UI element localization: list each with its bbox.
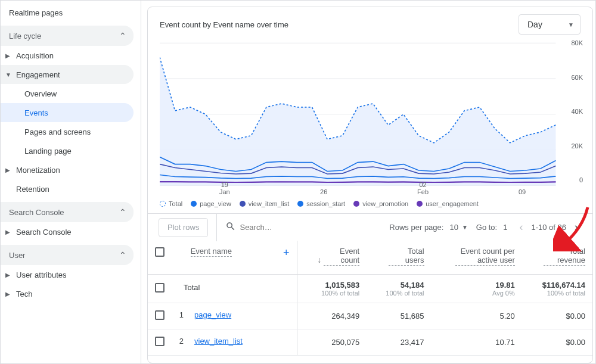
rows-per-page-select[interactable]: 10 ▼	[449, 223, 467, 232]
legend-swatch	[353, 201, 359, 207]
legend-swatch	[191, 201, 197, 207]
legend-label: session_start	[306, 200, 345, 207]
legend-swatch	[417, 201, 423, 207]
legend-item[interactable]: Total	[160, 200, 182, 207]
col-total-revenue[interactable]: Total revenue	[544, 247, 585, 266]
legend-item[interactable]: view_promotion	[353, 200, 408, 207]
row-index: 2	[175, 337, 184, 346]
y-axis-tick: 0	[579, 176, 583, 183]
legend-item[interactable]: session_start	[297, 200, 345, 207]
sidebar-item-label: User attributes	[16, 270, 67, 279]
period-select[interactable]: Day ▼	[519, 14, 581, 35]
col-total-users[interactable]: Total users	[389, 247, 424, 266]
sidebar-item-engagement[interactable]: ▼ Engagement	[1, 65, 134, 84]
x-axis-tick: 19Jan	[219, 181, 230, 195]
caret-right-icon: ▶	[5, 167, 10, 173]
caret-right-icon: ▶	[5, 229, 10, 235]
legend-label: Total	[169, 200, 182, 207]
goto-value: 1	[503, 223, 507, 232]
table-row: 2view_item_list 250,075 23,417 10.71 $0.…	[148, 329, 592, 355]
total-label: Total	[184, 283, 200, 292]
sidebar-item-monetization[interactable]: ▶ Monetization	[1, 160, 134, 179]
sidebar-item-pages-screens[interactable]: Pages and screens	[1, 122, 134, 141]
sidebar-section-label: User	[9, 251, 25, 260]
chevron-up-icon: ⌃	[119, 207, 126, 217]
legend-swatch	[297, 201, 303, 207]
event-name-link[interactable]: view_item_list	[194, 337, 243, 346]
sidebar-item-label: Acquisition	[16, 51, 54, 60]
line-chart: 020K40K60K80K 19Jan2602Feb09	[160, 39, 581, 194]
sidebar-item-landing-page[interactable]: Landing page	[1, 141, 134, 160]
rows-per-page-label: Rows per page:	[389, 223, 443, 232]
sidebar-item-search-console[interactable]: ▶ Search Console	[1, 222, 134, 241]
row-checkbox[interactable]	[155, 337, 164, 346]
sidebar-item-label: Monetization	[16, 166, 60, 175]
search-input[interactable]	[240, 223, 281, 232]
x-axis-tick: 09	[519, 188, 526, 195]
legend-swatch	[160, 201, 166, 207]
caret-down-icon: ▼	[5, 71, 11, 78]
x-axis-tick: 26	[320, 188, 327, 195]
sidebar-section-user[interactable]: User ⌃	[1, 245, 134, 265]
legend-label: user_engagement	[426, 200, 479, 207]
legend-label: view_item_list	[249, 200, 289, 207]
sidebar-item-retention[interactable]: Retention	[1, 179, 134, 198]
legend-label: page_view	[200, 200, 231, 207]
dropdown-arrow-icon: ▼	[568, 21, 574, 28]
legend-item[interactable]: page_view	[191, 200, 231, 207]
events-table: Event name + ↓Event count Total users Ev…	[148, 241, 592, 356]
chart-legend: Totalpage_viewview_item_listsession_star…	[148, 198, 592, 213]
y-axis-tick: 60K	[571, 74, 583, 81]
legend-item[interactable]: user_engagement	[417, 200, 479, 207]
sidebar-section-label: Search Console	[9, 208, 64, 217]
period-select-value: Day	[527, 20, 542, 29]
plot-rows-button[interactable]: Plot rows	[159, 218, 208, 237]
card-title: Event count by Event name over time	[160, 20, 288, 29]
select-all-checkbox[interactable]	[155, 247, 164, 257]
dropdown-arrow-icon: ▼	[462, 224, 468, 231]
sidebar-item-realtime-pages[interactable]: Realtime pages	[1, 3, 134, 22]
caret-right-icon: ▶	[5, 272, 10, 278]
sidebar-item-label: Tech	[16, 290, 32, 298]
sort-desc-icon[interactable]: ↓	[317, 255, 321, 265]
y-axis-tick: 40K	[571, 108, 583, 115]
goto-label: Go to:	[476, 223, 497, 232]
next-page-button[interactable]: ›	[571, 221, 582, 234]
sidebar-item-events[interactable]: Events	[1, 103, 134, 122]
sidebar-item-label: Retention	[16, 185, 49, 194]
row-checkbox[interactable]	[155, 310, 164, 320]
table-row: 1page_view 264,349 51,685 5.20 $0.00	[148, 303, 592, 329]
legend-item[interactable]: view_item_list	[240, 200, 289, 207]
sidebar-section-search-console[interactable]: Search Console ⌃	[1, 202, 134, 222]
sidebar-item-label: Search Console	[16, 228, 72, 237]
caret-right-icon: ▶	[5, 291, 10, 297]
prev-page-button[interactable]: ‹	[516, 221, 526, 234]
caret-right-icon: ▶	[5, 52, 10, 59]
sidebar-section-life-cycle[interactable]: Life cycle ⌃	[1, 26, 134, 46]
chevron-up-icon: ⌃	[119, 250, 126, 260]
sidebar-item-user-attributes[interactable]: ▶ User attributes	[1, 265, 134, 284]
legend-label: view_promotion	[362, 200, 408, 207]
y-axis-tick: 20K	[571, 142, 583, 150]
add-dimension-button[interactable]: +	[283, 247, 290, 259]
table-total-row: Total 1,015,583100% of total 54,184100% …	[148, 274, 592, 303]
row-index: 1	[175, 310, 184, 319]
event-name-link[interactable]: page_view	[194, 310, 231, 319]
page-range: 1-10 of 26	[531, 223, 566, 232]
sidebar-section-label: Life cycle	[9, 32, 41, 41]
col-event-count[interactable]: Event count	[324, 247, 359, 266]
y-axis-tick: 80K	[571, 39, 583, 46]
sidebar-item-tech[interactable]: ▶ Tech	[1, 284, 134, 303]
col-event-per-user[interactable]: Event count per active user	[455, 247, 515, 266]
x-axis-tick: 02Feb	[417, 181, 429, 195]
chevron-up-icon: ⌃	[119, 31, 126, 41]
row-checkbox[interactable]	[155, 283, 164, 293]
col-event-name[interactable]: Event name	[191, 247, 232, 257]
sidebar-item-label: Engagement	[16, 70, 60, 79]
search-icon	[225, 221, 236, 234]
sidebar-item-acquisition[interactable]: ▶ Acquisition	[1, 46, 134, 65]
sidebar-item-overview[interactable]: Overview	[1, 84, 134, 103]
legend-swatch	[240, 201, 246, 207]
